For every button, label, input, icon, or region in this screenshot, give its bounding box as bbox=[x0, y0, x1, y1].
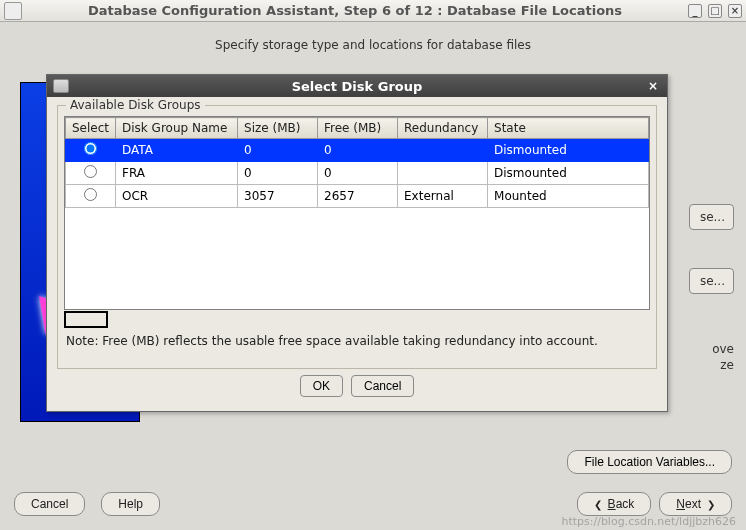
table-focus-cell[interactable] bbox=[64, 311, 108, 328]
app-icon bbox=[4, 2, 22, 20]
storage-hint: Specify storage type and locations for d… bbox=[14, 38, 732, 52]
close-icon[interactable]: × bbox=[728, 4, 742, 18]
cancel-button[interactable]: Cancel bbox=[14, 492, 85, 516]
cell-state: Dismounted bbox=[488, 139, 649, 162]
browse-button-1[interactable]: se... bbox=[689, 204, 734, 230]
fieldset-legend: Available Disk Groups bbox=[66, 98, 205, 112]
dialog-close-icon[interactable]: × bbox=[645, 78, 661, 94]
select-radio[interactable] bbox=[84, 188, 97, 201]
parent-window-title: Database Configuration Assistant, Step 6… bbox=[22, 3, 688, 18]
dialog-cancel-button[interactable]: Cancel bbox=[351, 375, 414, 397]
col-free: Free (MB) bbox=[318, 118, 398, 139]
cell-size: 0 bbox=[238, 162, 318, 185]
available-disk-groups-fieldset: Available Disk Groups Select Disk Group … bbox=[57, 105, 657, 369]
wizard-nav-row: Cancel Help ❮ Back Next ❯ bbox=[14, 492, 732, 516]
cell-free: 0 bbox=[318, 162, 398, 185]
col-size: Size (MB) bbox=[238, 118, 318, 139]
watermark: https://blog.csdn.net/ldjjbzh626 bbox=[561, 515, 736, 528]
col-name: Disk Group Name bbox=[116, 118, 238, 139]
file-location-variables-button[interactable]: File Location Variables... bbox=[567, 450, 732, 474]
cell-name: DATA bbox=[116, 139, 238, 162]
disk-group-table: Select Disk Group Name Size (MB) Free (M… bbox=[64, 116, 650, 310]
cell-size: 0 bbox=[238, 139, 318, 162]
cell-free: 2657 bbox=[318, 185, 398, 208]
maximize-icon[interactable]: □ bbox=[708, 4, 722, 18]
note-text: Note: Free (MB) reflects the usable free… bbox=[66, 334, 648, 348]
text-fragment-ove: ove bbox=[712, 342, 734, 356]
cell-state: Dismounted bbox=[488, 162, 649, 185]
chevron-right-icon: ❯ bbox=[707, 499, 715, 510]
cell-state: Mounted bbox=[488, 185, 649, 208]
table-row[interactable]: DATA00Dismounted bbox=[66, 139, 649, 162]
next-button[interactable]: Next ❯ bbox=[659, 492, 732, 516]
cell-free: 0 bbox=[318, 139, 398, 162]
col-select: Select bbox=[66, 118, 116, 139]
dialog-titlebar: Select Disk Group × bbox=[47, 75, 667, 97]
cell-name: OCR bbox=[116, 185, 238, 208]
cell-redundancy bbox=[398, 139, 488, 162]
table-row[interactable]: FRA00Dismounted bbox=[66, 162, 649, 185]
minimize-icon[interactable]: _ bbox=[688, 4, 702, 18]
chevron-left-icon: ❮ bbox=[594, 499, 602, 510]
cell-name: FRA bbox=[116, 162, 238, 185]
help-button[interactable]: Help bbox=[101, 492, 160, 516]
parent-body: Specify storage type and locations for d… bbox=[0, 22, 746, 530]
dialog-title: Select Disk Group bbox=[69, 79, 645, 94]
parent-titlebar: Database Configuration Assistant, Step 6… bbox=[0, 0, 746, 22]
cell-size: 3057 bbox=[238, 185, 318, 208]
dialog-app-icon bbox=[53, 79, 69, 93]
cell-redundancy bbox=[398, 162, 488, 185]
select-radio[interactable] bbox=[84, 142, 97, 155]
select-radio-cell[interactable] bbox=[66, 139, 116, 162]
table-header: Select Disk Group Name Size (MB) Free (M… bbox=[66, 118, 649, 139]
back-button[interactable]: ❮ Back bbox=[577, 492, 652, 516]
select-radio[interactable] bbox=[84, 165, 97, 178]
select-radio-cell[interactable] bbox=[66, 162, 116, 185]
select-radio-cell[interactable] bbox=[66, 185, 116, 208]
text-fragment-ze: ze bbox=[720, 358, 734, 372]
browse-button-2[interactable]: se... bbox=[689, 268, 734, 294]
table-row[interactable]: OCR30572657ExternalMounted bbox=[66, 185, 649, 208]
col-state: State bbox=[488, 118, 649, 139]
cell-redundancy: External bbox=[398, 185, 488, 208]
ok-button[interactable]: OK bbox=[300, 375, 343, 397]
select-disk-group-dialog: Select Disk Group × Available Disk Group… bbox=[46, 74, 668, 412]
col-redundancy: Redundancy bbox=[398, 118, 488, 139]
